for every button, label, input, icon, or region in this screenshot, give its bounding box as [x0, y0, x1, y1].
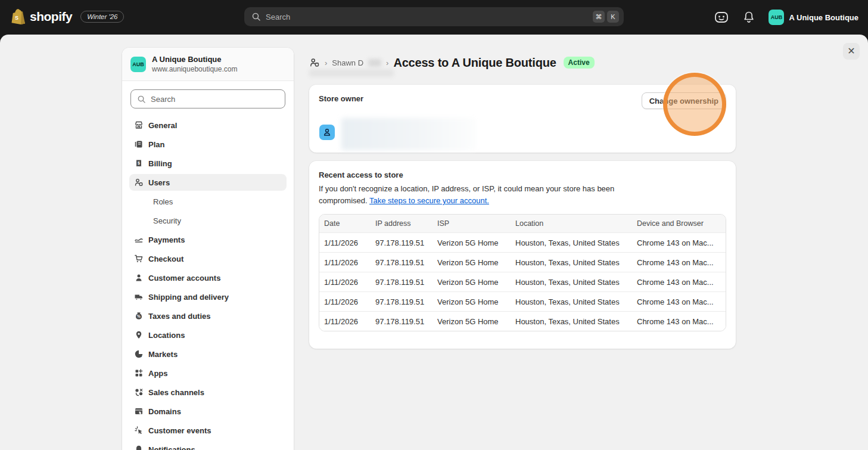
sidebar-item-domains[interactable]: Domains — [129, 403, 287, 420]
sidebar-item-label: Customer events — [148, 426, 211, 435]
sidebar-store-domain: www.auniqueboutique.com — [152, 65, 237, 73]
cell-device: Chrome 143 on Mac... — [632, 258, 726, 267]
breadcrumb: › Shawn D › Access to A Unique Boutique … — [309, 55, 736, 70]
sidebar-item-label: Security — [153, 216, 181, 225]
sidebar-item-plan[interactable]: Plan — [129, 136, 287, 153]
account-menu[interactable]: AUB A Unique Boutique — [769, 10, 858, 25]
description-line1: If you don't recognize a location, IP ad… — [319, 184, 614, 193]
sidekick-assistant-button[interactable] — [714, 10, 729, 25]
column-header-isp: ISP — [433, 219, 511, 228]
sidebar-item-sales-channels[interactable]: Sales channels — [129, 384, 287, 401]
svg-text:%: % — [137, 314, 141, 318]
breadcrumb-parent-link[interactable]: Shawn D — [332, 58, 363, 67]
cell-device: Chrome 143 on Mac... — [632, 278, 726, 287]
sidebar-item-label: Checkout — [148, 255, 183, 263]
tax-bag-icon: % — [134, 311, 144, 321]
cell-isp: Verizon 5G Home — [433, 278, 511, 287]
change-ownership-button[interactable]: Change ownership — [642, 92, 726, 109]
settings-workspace: AUB A Unique Boutique www.auniqueboutiqu… — [0, 35, 868, 450]
users-access-page: › Shawn D › Access to A Unique Boutique … — [309, 55, 736, 70]
location-pin-icon — [134, 330, 144, 340]
sales-channels-icon — [134, 387, 144, 397]
column-header-ip: IP address — [371, 219, 433, 228]
sidebar-item-notifications[interactable]: Notifications — [129, 441, 287, 450]
account-name: A Unique Boutique — [789, 13, 858, 22]
sidebar-item-label: Apps — [148, 369, 168, 378]
chevron-right-icon: › — [386, 58, 388, 67]
close-settings-button[interactable]: ✕ — [843, 43, 860, 60]
store-icon — [134, 120, 144, 130]
plan-icon — [134, 139, 144, 149]
cell-ip: 97.178.119.51 — [371, 238, 433, 247]
cell-ip: 97.178.119.51 — [371, 258, 433, 267]
sidebar-item-label: General — [148, 121, 177, 130]
sidebar-item-label: Users — [148, 178, 170, 187]
sidebar-item-label: Notifications — [148, 445, 195, 450]
cell-device: Chrome 143 on Mac... — [632, 238, 726, 247]
sidebar-item-apps[interactable]: Apps — [129, 365, 287, 381]
customer-events-icon — [134, 426, 144, 435]
column-header-date: Date — [319, 219, 371, 228]
table-header-row: Date IP address ISP Location Device and … — [319, 215, 726, 232]
sidebar-item-locations[interactable]: Locations — [129, 327, 287, 343]
sidebar-item-label: Markets — [148, 350, 178, 359]
sidebar-item-general[interactable]: General — [129, 117, 287, 134]
topbar: S shopify Winter '26 Search ⌘ K — [0, 0, 868, 35]
payments-icon — [134, 235, 144, 244]
recent-access-description: If you don't recognize a location, IP ad… — [319, 183, 726, 207]
cell-date: 1/11/2026 — [319, 238, 371, 247]
store-owner-title: Store owner — [319, 94, 363, 103]
sidebar-item-checkout[interactable]: Checkout — [129, 250, 287, 267]
globe-icon: $ — [134, 349, 144, 359]
billing-icon: $ — [134, 159, 144, 168]
cell-ip: 97.178.119.51 — [371, 297, 433, 306]
sidebar-item-customer-accounts[interactable]: Customer accounts — [129, 269, 287, 286]
table-row: 1/11/2026 97.178.119.51 Verizon 5G Home … — [319, 291, 726, 311]
cell-isp: Verizon 5G Home — [433, 317, 511, 326]
cell-location: Houston, Texas, United States — [511, 297, 632, 306]
cart-icon — [134, 254, 144, 263]
sidebar-item-customer-events[interactable]: Customer events — [129, 422, 287, 439]
cell-isp: Verizon 5G Home — [433, 238, 511, 247]
apps-grid-icon — [134, 368, 144, 378]
settings-sidebar: AUB A Unique Boutique www.auniqueboutiqu… — [122, 48, 294, 450]
sidebar-item-roles[interactable]: Roles — [129, 193, 287, 210]
users-icon — [309, 57, 320, 68]
table-row: 1/11/2026 97.178.119.51 Verizon 5G Home … — [319, 311, 726, 331]
sidebar-item-label: Locations — [148, 331, 185, 340]
cell-location: Houston, Texas, United States — [511, 278, 632, 287]
column-header-device: Device and Browser — [632, 219, 726, 228]
close-icon: ✕ — [847, 46, 855, 56]
sidebar-item-billing[interactable]: $ Billing — [129, 155, 287, 172]
cell-ip: 97.178.119.51 — [371, 317, 433, 326]
search-icon — [251, 12, 261, 21]
sidebar-item-label: Shipping and delivery — [148, 293, 229, 302]
settings-search-input[interactable]: Search — [130, 89, 285, 108]
sidebar-item-taxes[interactable]: % Taxes and duties — [129, 308, 287, 324]
redacted-text — [368, 59, 381, 67]
notifications-button[interactable] — [741, 10, 757, 25]
settings-search-placeholder: Search — [151, 95, 175, 104]
sidebar-store-header[interactable]: AUB A Unique Boutique www.auniqueboutiqu… — [122, 48, 294, 81]
sidebar-item-markets[interactable]: $ Markets — [129, 346, 287, 362]
version-badge: Winter '26 — [80, 11, 124, 23]
shopify-wordmark: shopify — [30, 10, 72, 24]
store-owner-card: Store owner Change ownership — [309, 85, 736, 153]
cmd-key-badge: ⌘ — [593, 11, 605, 23]
cell-date: 1/11/2026 — [319, 317, 371, 326]
notifications-bell-icon — [134, 445, 144, 450]
k-key-badge: K — [607, 11, 619, 23]
sidebar-item-users[interactable]: Users — [129, 174, 287, 191]
sidebar-item-payments[interactable]: Payments — [129, 231, 287, 248]
table-row: 1/11/2026 97.178.119.51 Verizon 5G Home … — [319, 272, 726, 291]
shopify-logo[interactable]: S shopify Winter '26 — [11, 8, 124, 24]
sidebar-item-security[interactable]: Security — [129, 212, 287, 229]
cell-device: Chrome 143 on Mac... — [632, 297, 726, 306]
shopify-bag-icon: S — [11, 8, 25, 24]
sidekick-icon — [714, 11, 729, 24]
secure-account-link[interactable]: Take steps to secure your account. — [369, 196, 489, 205]
sidebar-item-shipping[interactable]: Shipping and delivery — [129, 288, 287, 305]
recent-access-card: Recent access to store If you don't reco… — [309, 161, 736, 349]
sidebar-item-label: Roles — [153, 197, 173, 206]
global-search-input[interactable]: Search ⌘ K — [244, 7, 624, 26]
